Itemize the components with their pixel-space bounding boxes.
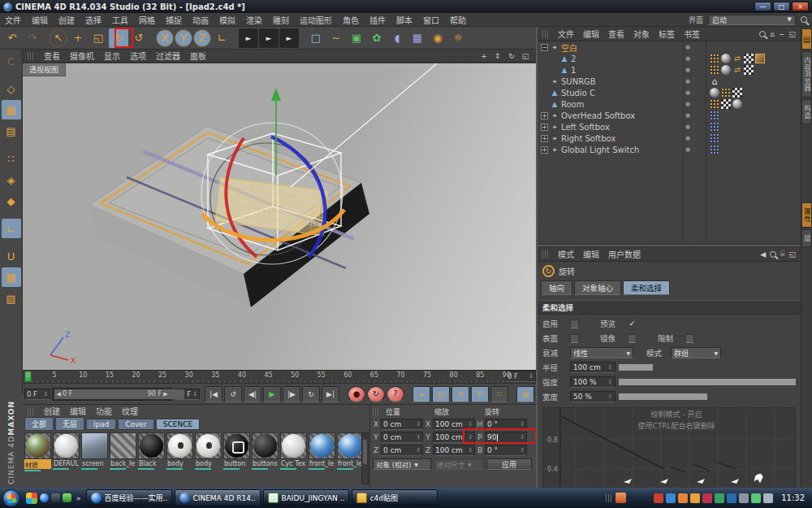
rotate-icon[interactable]: ↻ [109,28,128,48]
workplane-mode-icon[interactable]: ▤ [2,121,21,141]
position-field[interactable]: 0 cm↕ [381,445,423,456]
quick-launch-icon[interactable] [51,493,60,502]
object-name[interactable]: 2 [571,54,576,63]
taskbar-clock[interactable]: 11:32 [776,493,810,502]
menubar-item[interactable]: 角色 [343,14,359,26]
menubar-item[interactable]: 脚本 [396,14,412,26]
dots-tag-icon[interactable] [721,88,731,98]
material-thumbnail[interactable] [252,432,279,459]
material-thumbnail[interactable] [195,432,222,459]
tray-icon[interactable] [678,493,688,503]
panel-grip[interactable] [542,30,549,38]
viewport-view-tab[interactable]: 透视视图 [23,63,66,76]
material-tab[interactable]: 全部 [24,417,54,431]
quick-launch-icon[interactable] [26,493,37,504]
material-item[interactable]: front_le [309,432,335,481]
om-menu-item[interactable]: 书签 [684,28,700,40]
dots-tag-icon[interactable] [710,54,719,63]
object-name[interactable]: Right Softbox [561,134,615,143]
object-name[interactable]: SUNRGB [561,77,596,86]
surface-checkbox[interactable] [570,334,579,343]
material-thumbnail[interactable] [138,432,165,459]
tray-icon[interactable] [654,493,663,503]
viewport-canvas[interactable]: 透视视图 Z X [23,63,536,370]
material-menu-item[interactable]: 功能 [96,405,112,417]
menubar-item[interactable]: 文件 [5,14,21,26]
visibility-dots[interactable]: ●⁚ [685,112,694,119]
material-item[interactable]: DEFAUL [53,432,80,481]
radius-slider[interactable] [619,364,796,371]
points-mode-icon[interactable]: ∷ [2,149,21,168]
arrows-tag-icon[interactable]: ⇄ [732,54,742,63]
mirror-checkbox[interactable] [628,334,637,343]
om-window-icon[interactable]: ◱ [788,30,796,38]
goto-start-button[interactable]: |◀ [205,386,222,402]
side-tab[interactable]: 层 [801,229,812,248]
expand-icon[interactable]: + [541,146,548,154]
expand-icon[interactable]: + [541,112,548,119]
object-tree-row[interactable]: +⌖Left Softbox●⁚ [538,121,801,132]
material-thumbnail[interactable] [337,432,364,459]
bluedots-tag-icon[interactable] [710,111,719,120]
collapse-icon[interactable]: − [541,44,548,51]
om-menu-item[interactable]: 编辑 [583,28,599,40]
object-tree-row[interactable]: ▲Studio C●⁚ [538,87,801,98]
object-tree-row[interactable]: +⌖OverHead Softbox●⁚ [538,110,801,121]
width-slider[interactable] [619,393,796,400]
tray-icon[interactable] [702,493,712,503]
record-keyframe-button[interactable]: ● [348,386,365,402]
key-pla-toggle[interactable]: ∷ [490,386,508,402]
object-name[interactable]: OverHead Softbox [561,111,635,120]
panel-grip[interactable] [542,250,549,258]
strength-slider[interactable] [619,379,796,385]
bluedots-tag-icon[interactable] [710,145,719,154]
taskbar-task[interactable]: CINEMA 4D R14.... [175,489,261,506]
material-menu-item[interactable]: 编辑 [70,405,86,417]
key-rotation-toggle[interactable]: ↻ [451,386,469,402]
am-search-icon[interactable] [770,251,776,258]
mode-dropdown[interactable]: 群组▼ [671,347,721,358]
workplane-rotate-icon[interactable]: ▧ [2,289,21,308]
position-field[interactable]: 0 cm↕ [381,419,423,430]
menubar-item[interactable]: 运动图形 [300,14,332,26]
material-menu-item[interactable]: 创建 [44,405,60,417]
key-scale-toggle[interactable]: ◱ [432,386,450,402]
zoom-view-icon[interactable]: ↕ [492,51,503,61]
current-frame-field[interactable]: 0 F↕ [24,389,50,400]
menubar-item[interactable]: 捕捉 [166,14,182,26]
next-frame-button[interactable]: |▶ [283,386,300,402]
menubar-item[interactable]: 渲染 [246,14,262,26]
spline-icon[interactable]: ~ [326,28,346,48]
object-name[interactable]: Studio C [561,89,595,98]
object-name[interactable]: Left Softbox [561,123,610,132]
move-view-icon[interactable]: + [478,51,490,61]
expand-icon[interactable]: + [541,124,548,131]
visibility-dots[interactable]: ●⁚ [685,146,694,153]
om-menu-item[interactable]: 文件 [558,28,574,40]
soft-selection-section[interactable]: 柔和选择 [538,300,801,315]
play-backwards-button[interactable]: ↺ [224,386,242,402]
frame-ruler[interactable]: 051015202530354045505560657075808590 [23,371,505,384]
material-item[interactable]: Cyc Tex [280,432,307,481]
visibility-dots[interactable]: ●⁚ [685,101,694,107]
play-mode-button[interactable]: ↻ [302,386,320,402]
undo-icon[interactable]: ↶ [2,28,22,48]
visibility-dots[interactable]: ●⁚ [685,124,694,130]
material-thumbnail[interactable] [166,432,193,459]
viewport-menu-item[interactable]: 面板 [190,50,206,62]
viewport-menu-item[interactable]: 显示 [104,50,120,62]
menubar-item[interactable]: 网格 [139,14,155,26]
material-item[interactable]: screen [81,432,108,481]
strength-field[interactable]: 100 %↕ [570,376,615,388]
scale-icon[interactable]: ◱ [89,28,108,48]
visibility-dots[interactable]: ●⁚ [685,89,694,96]
material-tab[interactable]: 无层 [55,417,84,431]
panel-grip[interactable] [28,407,34,415]
object-tree-row[interactable]: ▲Room●⁚ [538,98,801,110]
tray-icon[interactable] [751,493,761,503]
render-view-icon[interactable]: ► [239,28,258,48]
preview-checkbox[interactable]: ✓ [628,319,637,328]
expand-icon[interactable]: + [541,135,548,142]
om-menu-item[interactable]: 标签 [659,28,675,40]
snap-icon[interactable]: U [2,246,21,266]
